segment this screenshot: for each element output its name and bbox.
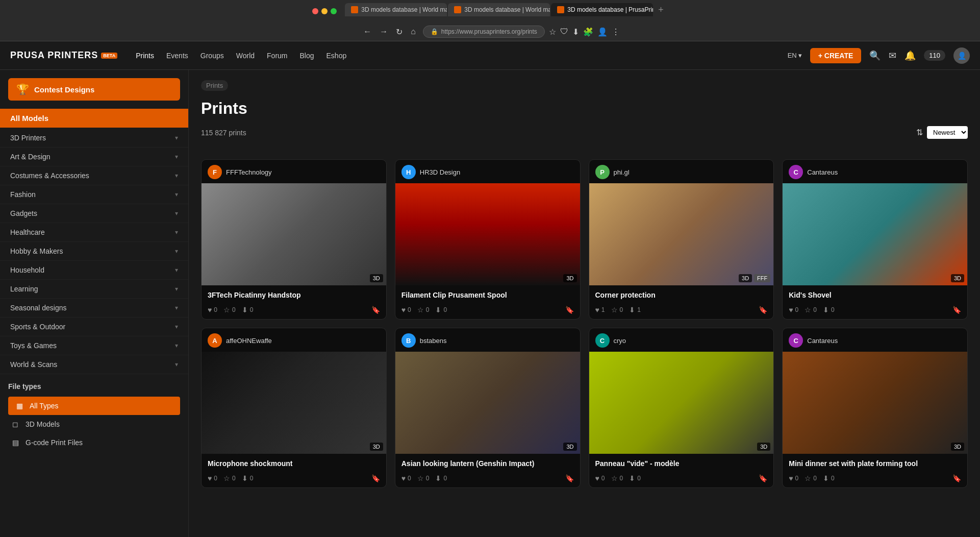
browser-tab-2[interactable]: 3D models database | World ma... ✕ (448, 3, 550, 16)
nav-logo[interactable]: PRUSA PRINTERS BETA (10, 50, 117, 61)
card-item[interactable]: C Cantareus 3D Mini dinner set with plat… (782, 328, 968, 488)
maximize-window-btn[interactable] (331, 8, 337, 14)
card-star-btn[interactable]: ☆ 0 (223, 306, 236, 314)
card-like-btn[interactable]: ♥ 0 (208, 306, 217, 314)
new-tab-btn[interactable]: + (654, 3, 668, 16)
sidebar-item-label: World & Scans (10, 360, 57, 369)
bookmark-icon[interactable]: 🔖 (565, 474, 574, 482)
nav-link-world[interactable]: World (236, 50, 255, 62)
address-bar[interactable]: 🔒 https://www.prusaprinters.org/prints (423, 26, 545, 38)
breadcrumb-item[interactable]: Prints (201, 80, 228, 91)
forward-btn[interactable]: → (376, 26, 391, 38)
card-like-btn[interactable]: ♥ 0 (789, 306, 798, 314)
user-avatar[interactable]: 👤 (953, 47, 970, 64)
card-star-btn[interactable]: ☆ 0 (611, 474, 623, 482)
bell-icon[interactable]: 🔔 (904, 50, 916, 61)
browser-tab-3[interactable]: 3D models database | PrusaPrint... ✕ (551, 3, 653, 16)
bookmark-icon[interactable]: 🔖 (565, 306, 574, 314)
card-star-btn[interactable]: ☆ 0 (417, 306, 430, 314)
sidebar-item-healthcare[interactable]: Healthcare ▾ (0, 223, 188, 242)
card-star-btn[interactable]: ☆ 0 (417, 474, 430, 482)
bookmark-icon[interactable]: 🔖 (371, 306, 380, 314)
sidebar-item-3d-printers[interactable]: 3D Printers ▾ (0, 129, 188, 148)
file-type-gcode[interactable]: ▤ G-code Print Files (8, 433, 180, 452)
card-like-btn[interactable]: ♥ 0 (789, 474, 798, 482)
contest-designs-btn[interactable]: 🏆 Contest Designs (8, 78, 180, 101)
sidebar-item-toys[interactable]: Toys & Games ▾ (0, 336, 188, 355)
card-like-count: 0 (795, 306, 799, 313)
card-like-btn[interactable]: ♥ 0 (401, 306, 411, 314)
bookmark-icon[interactable]: 🔖 (759, 306, 767, 314)
points-badge[interactable]: 110 (924, 50, 945, 61)
card-item[interactable]: P phi.gl 3DFFF Corner protection ♥ 1 ☆ 0… (589, 159, 774, 320)
card-download-btn[interactable]: ⬇ 0 (435, 474, 447, 482)
file-type-3d-models[interactable]: ◻ 3D Models (8, 415, 180, 433)
card-item[interactable]: A affeOHNEwaffe 3D Microphone shockmount… (201, 328, 387, 488)
sort-icon[interactable]: ⇅ (916, 128, 923, 137)
sidebar-item-fashion[interactable]: Fashion ▾ (0, 185, 188, 204)
sidebar-item-sports[interactable]: Sports & Outdoor ▾ (0, 318, 188, 336)
nav-link-blog[interactable]: Blog (300, 50, 314, 62)
sidebar-item-world-scans[interactable]: World & Scans ▾ (0, 355, 188, 374)
card-item[interactable]: B bstabens 3D Asian looking lantern (Gen… (395, 328, 581, 488)
card-download-btn[interactable]: ⬇ 0 (823, 306, 835, 314)
card-download-btn[interactable]: ⬇ 0 (242, 306, 254, 314)
card-star-btn[interactable]: ☆ 0 (223, 474, 236, 482)
card-item[interactable]: C Cantareus 3D Kid's Shovel ♥ 0 ☆ 0 ⬇ 0 … (782, 159, 968, 320)
card-username: FFFTechnology (226, 168, 272, 176)
all-models-item[interactable]: All Models (0, 109, 188, 128)
card-like-btn[interactable]: ♥ 0 (208, 474, 217, 482)
sidebar-item-gadgets[interactable]: Gadgets ▾ (0, 204, 188, 223)
card-star-btn[interactable]: ☆ 0 (611, 306, 623, 314)
sidebar-item-art-design[interactable]: Art & Design ▾ (0, 148, 188, 166)
menu-icon[interactable]: ⋮ (612, 27, 620, 37)
sidebar-item-hobby[interactable]: Hobby & Makers ▾ (0, 242, 188, 261)
nav-link-eshop[interactable]: Eshop (326, 50, 347, 62)
card-download-btn[interactable]: ⬇ 1 (629, 306, 641, 314)
sidebar-item-household[interactable]: Household ▾ (0, 261, 188, 280)
extensions-icon[interactable]: 🧩 (583, 27, 593, 37)
back-btn[interactable]: ← (360, 26, 374, 38)
nav-link-groups[interactable]: Groups (200, 50, 224, 62)
bookmark-icon[interactable]: 🔖 (952, 306, 961, 314)
bookmark-icon[interactable]: 🔖 (759, 474, 767, 482)
file-type-all[interactable]: ▦ All Types (8, 397, 180, 415)
sort-select[interactable]: Newest Popular Most liked (927, 126, 968, 139)
card-like-btn[interactable]: ♥ 1 (595, 306, 605, 314)
profile-icon[interactable]: 👤 (597, 27, 608, 37)
home-btn[interactable]: ⌂ (408, 26, 419, 38)
card-download-btn[interactable]: ⬇ 0 (629, 474, 641, 482)
nav-link-forum[interactable]: Forum (267, 50, 287, 62)
mail-icon[interactable]: ✉ (889, 50, 896, 61)
card-like-btn[interactable]: ♥ 0 (595, 474, 605, 482)
nav-link-prints[interactable]: Prints (136, 50, 154, 62)
search-icon[interactable]: 🔍 (869, 50, 881, 61)
sidebar-item-learning[interactable]: Learning ▾ (0, 280, 188, 299)
card-like-btn[interactable]: ♥ 0 (401, 474, 411, 482)
card-item[interactable]: H HR3D Design 3D Filament Clip Prusament… (395, 159, 581, 320)
card-badge: 3D (951, 443, 964, 451)
reload-btn[interactable]: ↻ (393, 26, 406, 38)
card-star-btn[interactable]: ☆ 0 (805, 306, 817, 314)
bookmark-icon[interactable]: 🔖 (952, 474, 961, 482)
minimize-window-btn[interactable] (321, 8, 328, 14)
card-badge: 3D (951, 274, 964, 282)
card-item[interactable]: F FFFTechnology 3D 3FTech Picatinny Hand… (201, 159, 387, 320)
close-window-btn[interactable] (312, 8, 318, 14)
card-download-btn[interactable]: ⬇ 0 (242, 474, 254, 482)
card-item[interactable]: C cryo 3D Panneau "vide" - modèle ♥ 0 ☆ … (589, 328, 774, 488)
shield-icon[interactable]: 🛡 (560, 27, 568, 36)
card-star-btn[interactable]: ☆ 0 (805, 474, 817, 482)
download-icon[interactable]: ⬇ (572, 27, 579, 37)
nav-link-events[interactable]: Events (166, 50, 188, 62)
bookmark-icon[interactable]: 🔖 (371, 474, 380, 482)
sidebar-item-costumes[interactable]: Costumes & Accessories ▾ (0, 166, 188, 185)
sidebar-item-seasonal[interactable]: Seasonal designs ▾ (0, 299, 188, 318)
sidebar-item-label: Fashion (10, 190, 36, 199)
browser-tab-1[interactable]: 3D models database | World ma... ✕ (345, 3, 447, 16)
bookmark-star-icon[interactable]: ☆ (549, 27, 556, 37)
card-download-btn[interactable]: ⬇ 0 (823, 474, 835, 482)
create-button[interactable]: + CREATE (810, 48, 862, 63)
language-selector[interactable]: EN ▾ (788, 52, 802, 59)
card-download-btn[interactable]: ⬇ 0 (435, 306, 447, 314)
